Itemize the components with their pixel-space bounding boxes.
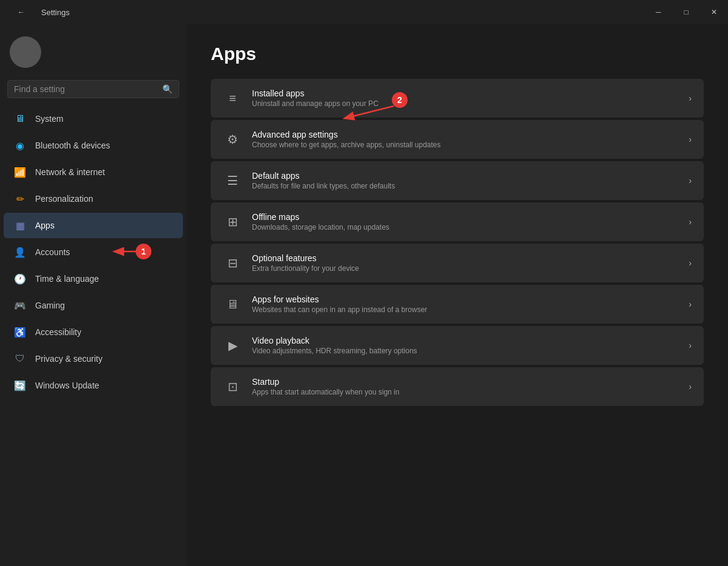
settings-item-text-installed-apps: Installed apps Uninstall and manage apps… [252,88,679,108]
chevron-right-icon: › [689,135,692,144]
sidebar-item-label-update: Windows Update [35,381,99,390]
nav-items: 🖥 System ◉ Bluetooth & devices 📶 Network… [0,105,187,566]
sidebar-item-label-time: Time & language [35,274,99,284]
search-container: 🔍 [0,80,187,105]
sidebar-item-label-apps: Apps [35,221,55,230]
settings-item-desc-startup: Apps that start automatically when you s… [252,388,679,396]
main-content: Apps ≡ Installed apps Uninstall and mana… [187,24,728,566]
optional-features-icon: ⊟ [223,253,242,273]
settings-item-title-installed-apps: Installed apps [252,88,679,98]
titlebar-left: ← Settings [7,0,70,24]
chevron-right-icon: › [689,341,692,350]
sidebar: 🔍 🖥 System ◉ Bluetooth & devices 📶 Netwo… [0,24,187,566]
settings-item-desc-default-apps: Defaults for file and link types, other … [252,182,679,190]
close-button[interactable]: ✕ [700,0,728,24]
sidebar-item-label-personalization: Personalization [35,194,93,204]
update-icon: 🔄 [13,379,27,392]
bluetooth-icon: ◉ [13,139,27,152]
settings-item-text-apps-for-websites: Apps for websites Websites that can open… [252,295,679,314]
chevron-right-icon: › [689,176,692,185]
settings-item-desc-optional-features: Extra functionality for your device [252,264,679,273]
settings-item-text-offline-maps: Offline maps Downloads, storage location… [252,212,679,231]
settings-item-title-default-apps: Default apps [252,171,679,181]
sidebar-item-label-accounts: Accounts [35,247,70,257]
chevron-right-icon: › [689,382,692,391]
time-icon: 🕐 [13,272,27,285]
titlebar: ← Settings ─ □ ✕ [0,0,728,24]
app-layout: 🔍 🖥 System ◉ Bluetooth & devices 📶 Netwo… [0,24,728,566]
accounts-icon: 👤 [13,245,27,259]
settings-item-desc-advanced-app-settings: Choose where to get apps, archive apps, … [252,141,679,149]
video-playback-icon: ▶ [223,336,242,355]
settings-item-optional-features[interactable]: ⊟ Optional features Extra functionality … [211,244,704,282]
sidebar-item-accounts[interactable]: 👤 Accounts [4,239,183,265]
settings-item-default-apps[interactable]: ☰ Default apps Defaults for file and lin… [211,161,704,200]
settings-item-installed-apps[interactable]: ≡ Installed apps Uninstall and manage ap… [211,79,704,118]
settings-item-text-optional-features: Optional features Extra functionality fo… [252,253,679,273]
settings-item-text-advanced-app-settings: Advanced app settings Choose where to ge… [252,130,679,149]
sidebar-item-gaming[interactable]: 🎮 Gaming [4,293,183,318]
sidebar-item-label-system: System [35,114,64,124]
search-icon[interactable]: 🔍 [162,84,173,94]
apps-for-websites-icon: 🖥 [223,295,242,314]
search-box: 🔍 [7,80,179,98]
settings-item-startup[interactable]: ⊡ Startup Apps that start automatically … [211,367,704,406]
settings-item-desc-installed-apps: Uninstall and manage apps on your PC [252,99,679,108]
search-input[interactable] [14,84,157,94]
sidebar-item-privacy[interactable]: 🛡 Privacy & security [4,346,183,371]
apps-icon: ▦ [13,219,27,232]
chevron-right-icon: › [689,93,692,103]
startup-icon: ⊡ [223,377,242,396]
settings-item-title-video-playback: Video playback [252,336,679,345]
advanced-app-settings-icon: ⚙ [223,130,242,149]
settings-item-title-optional-features: Optional features [252,253,679,263]
sidebar-item-personalization[interactable]: ✏ Personalization [4,186,183,211]
sidebar-item-network[interactable]: 📶 Network & internet [4,159,183,185]
page-title: Apps [211,44,704,64]
settings-item-text-default-apps: Default apps Defaults for file and link … [252,171,679,190]
sidebar-item-bluetooth[interactable]: ◉ Bluetooth & devices [4,133,183,158]
sidebar-item-apps[interactable]: ▦ Apps [4,213,183,238]
settings-item-desc-video-playback: Video adjustments, HDR streaming, batter… [252,347,679,355]
network-icon: 📶 [13,165,27,179]
titlebar-title: Settings [41,8,70,17]
avatar [10,36,41,68]
maximize-button[interactable]: □ [672,0,700,24]
settings-item-video-playback[interactable]: ▶ Video playback Video adjustments, HDR … [211,326,704,365]
system-icon: 🖥 [13,112,27,125]
settings-item-title-offline-maps: Offline maps [252,212,679,222]
sidebar-item-accessibility[interactable]: ♿ Accessibility [4,319,183,345]
chevron-right-icon: › [689,217,692,227]
sidebar-item-system[interactable]: 🖥 System [4,106,183,132]
titlebar-controls: ─ □ ✕ [644,0,728,24]
settings-item-apps-for-websites[interactable]: 🖥 Apps for websites Websites that can op… [211,285,704,324]
offline-maps-icon: ⊞ [223,212,242,231]
settings-item-advanced-app-settings[interactable]: ⚙ Advanced app settings Choose where to … [211,120,704,159]
chevron-right-icon: › [689,258,692,268]
settings-item-desc-apps-for-websites: Websites that can open in an app instead… [252,305,679,314]
settings-item-text-video-playback: Video playback Video adjustments, HDR st… [252,336,679,355]
settings-item-offline-maps[interactable]: ⊞ Offline maps Downloads, storage locati… [211,202,704,241]
default-apps-icon: ☰ [223,171,242,190]
sidebar-item-label-accessibility: Accessibility [35,327,81,337]
sidebar-item-update[interactable]: 🔄 Windows Update [4,373,183,398]
user-profile[interactable] [0,29,187,75]
sidebar-item-label-privacy: Privacy & security [35,354,102,364]
settings-item-desc-offline-maps: Downloads, storage location, map updates [252,223,679,231]
chevron-right-icon: › [689,299,692,309]
personalization-icon: ✏ [13,192,27,205]
settings-item-title-startup: Startup [252,377,679,387]
settings-list: ≡ Installed apps Uninstall and manage ap… [211,79,704,406]
installed-apps-icon: ≡ [223,88,242,108]
back-button[interactable]: ← [7,0,35,24]
sidebar-item-time[interactable]: 🕐 Time & language [4,266,183,291]
settings-item-title-apps-for-websites: Apps for websites [252,295,679,304]
minimize-button[interactable]: ─ [644,0,672,24]
accessibility-icon: ♿ [13,325,27,339]
privacy-icon: 🛡 [13,352,27,365]
sidebar-item-label-bluetooth: Bluetooth & devices [35,141,110,150]
settings-item-text-startup: Startup Apps that start automatically wh… [252,377,679,396]
settings-item-title-advanced-app-settings: Advanced app settings [252,130,679,139]
sidebar-item-label-network: Network & internet [35,167,105,177]
sidebar-item-label-gaming: Gaming [35,301,65,310]
